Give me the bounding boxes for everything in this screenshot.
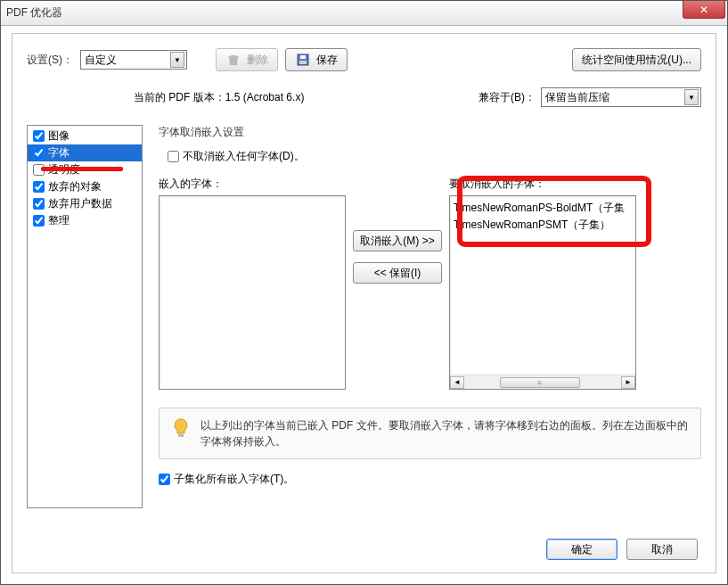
window-title: PDF 优化器	[6, 5, 62, 21]
subset-all-checkbox[interactable]	[159, 474, 170, 485]
compat-combo-value: 保留当前压缩	[545, 90, 609, 105]
no-unembed-checkbox[interactable]	[168, 151, 179, 162]
scroll-right-icon[interactable]: ►	[621, 376, 635, 389]
annotation-rectangle	[457, 176, 651, 247]
sidebar-check-discard-objects[interactable]	[33, 181, 45, 193]
chevron-down-icon: ▼	[684, 89, 699, 105]
embedded-fonts-label: 嵌入的字体：	[159, 177, 346, 192]
close-button[interactable]: ✕	[683, 1, 725, 19]
meta-row: 当前的 PDF 版本：1.5 (Acrobat 6.x) 兼容于(B)： 保留当…	[27, 87, 701, 107]
settings-label: 设置(S)：	[27, 53, 73, 68]
scroll-left-icon[interactable]: ◄	[450, 376, 464, 389]
category-sidebar: 图像 字体 透明度 放弃的对象 放弃用户数据 整理	[27, 125, 143, 508]
svg-rect-2	[299, 61, 307, 64]
chevron-down-icon: ▼	[170, 52, 184, 68]
sidebar-check-discard-userdata[interactable]	[33, 198, 45, 210]
top-toolbar: 设置(S)： 自定义 ▼ 删除 保存 统计空间使用情况(U)...	[27, 48, 701, 71]
compat-label: 兼容于(B)：	[479, 90, 536, 105]
dialog-footer: 确定 取消	[546, 539, 698, 560]
compat-combo[interactable]: 保留当前压缩 ▼	[541, 87, 701, 107]
sidebar-check-fonts[interactable]	[33, 147, 45, 159]
horizontal-scrollbar[interactable]: ◄ ≡ ►	[450, 375, 635, 389]
delete-button[interactable]: 删除	[216, 48, 278, 71]
dialog-body: 设置(S)： 自定义 ▼ 删除 保存 统计空间使用情况(U)...	[12, 33, 716, 573]
audit-space-button[interactable]: 统计空间使用情况(U)...	[572, 48, 701, 71]
trash-icon	[225, 52, 241, 68]
annotation-underline	[41, 167, 123, 171]
current-version-label: 当前的 PDF 版本：1.5 (Acrobat 6.x)	[134, 90, 304, 105]
cancel-button[interactable]: 取消	[626, 539, 698, 560]
sidebar-check-images[interactable]	[33, 130, 45, 142]
ok-button[interactable]: 确定	[546, 539, 618, 560]
svg-rect-3	[178, 434, 184, 437]
scroll-thumb[interactable]: ≡	[500, 377, 580, 388]
close-icon: ✕	[699, 4, 708, 16]
sidebar-item-discard-userdata[interactable]: 放弃用户数据	[28, 195, 142, 212]
settings-combo-value: 自定义	[85, 53, 117, 68]
info-text: 以上列出的字体当前已嵌入 PDF 文件。要取消嵌入字体，请将字体移到右边的面板。…	[200, 417, 690, 449]
settings-combo[interactable]: 自定义 ▼	[80, 50, 187, 70]
info-box: 以上列出的字体当前已嵌入 PDF 文件。要取消嵌入字体，请将字体移到右边的面板。…	[159, 408, 701, 459]
floppy-icon	[295, 52, 311, 68]
lightbulb-icon	[170, 417, 192, 439]
unembed-move-button[interactable]: 取消嵌入(M) >>	[353, 230, 442, 251]
titlebar: PDF 优化器 ✕	[1, 1, 727, 26]
sidebar-check-cleanup[interactable]	[33, 215, 45, 227]
subset-all-label: 子集化所有嵌入字体(T)。	[174, 472, 294, 487]
section-title: 字体取消嵌入设置	[159, 125, 701, 140]
svg-rect-1	[300, 55, 306, 59]
save-button[interactable]: 保存	[285, 48, 348, 71]
embedded-fonts-list[interactable]	[159, 195, 346, 390]
no-unembed-label: 不取消嵌入任何字体(D)。	[183, 149, 305, 164]
pdf-optimizer-window: PDF 优化器 ✕ 设置(S)： 自定义 ▼ 删除 保存	[0, 0, 728, 585]
sidebar-item-images[interactable]: 图像	[28, 128, 142, 144]
sidebar-item-discard-objects[interactable]: 放弃的对象	[28, 178, 142, 195]
sidebar-item-fonts[interactable]: 字体	[28, 144, 142, 161]
keep-move-button[interactable]: << 保留(I)	[353, 262, 442, 284]
sidebar-item-cleanup[interactable]: 整理	[28, 212, 142, 229]
